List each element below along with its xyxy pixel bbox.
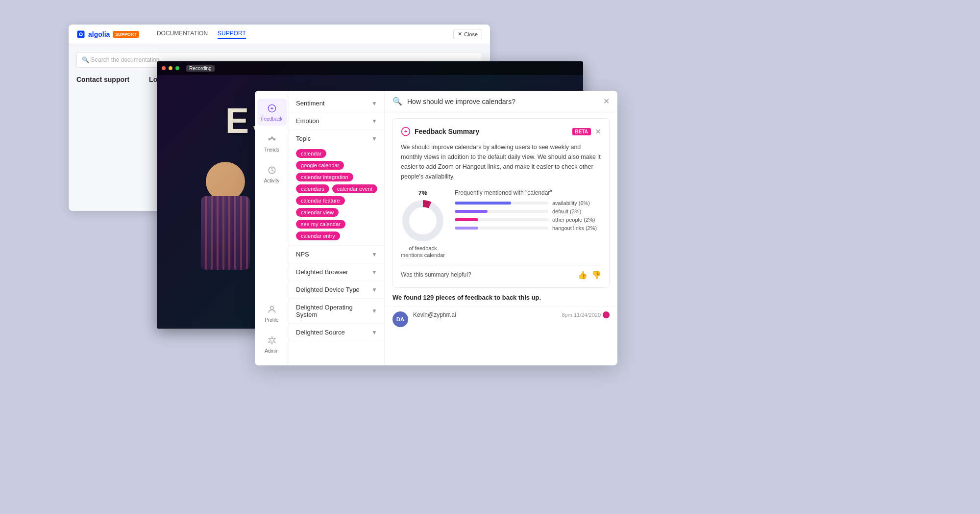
delighted-device-chevron: ▼ [371, 286, 377, 293]
summary-logo-icon [401, 127, 411, 136]
sidebar-item-admin[interactable]: Admin [257, 331, 287, 358]
mention-bar-bg-2 [455, 218, 548, 221]
feedback-user-row-0: Kevin@zyphrr.ai 8pm 11/24/2020 [413, 311, 610, 318]
search-input[interactable] [407, 98, 598, 105]
delighted-browser-label: Delighted Browser [296, 268, 348, 276]
tag-calendar-view[interactable]: calendar view [296, 208, 339, 217]
bg-close-btn[interactable]: ✕ Close [453, 29, 482, 39]
tag-see-my-calendar[interactable]: see my calendar [296, 220, 345, 229]
summary-header: Feedback Summary BETA ✕ [401, 127, 601, 136]
filter-header-delighted-os[interactable]: Delighted Operating System ▼ [289, 299, 384, 323]
panel-sidebar: Feedback Trends Activity [255, 91, 289, 365]
filter-header-delighted-source[interactable]: Delighted Source ▼ [289, 324, 384, 341]
char-stripe [201, 196, 250, 270]
trends-icon [266, 133, 278, 145]
feedback-user-0: Kevin@zyphrr.ai [413, 311, 456, 318]
profile-icon [266, 304, 278, 315]
topic-tags: calendar google calendar calendar integr… [289, 147, 384, 245]
activity-label: Activity [264, 178, 280, 183]
tag-calendar-integration[interactable]: calendar integration [296, 173, 353, 181]
activity-icon [266, 164, 278, 176]
sidebar-item-profile[interactable]: Profile [257, 300, 287, 327]
filter-panel: Sentiment ▼ Emotion ▼ Topic ▼ calendar g… [289, 91, 385, 365]
mention-text-0: availability (6%) [552, 200, 601, 206]
filter-section-delighted-os: Delighted Operating System ▼ [289, 299, 384, 324]
feedback-count: We found 129 pieces of feedback to back … [385, 294, 617, 306]
mention-bar-fill-2 [455, 218, 478, 221]
emotion-label: Emotion [296, 117, 319, 125]
sentiment-label: Sentiment [296, 100, 325, 107]
admin-icon [266, 334, 278, 346]
trends-label: Trends [264, 147, 279, 153]
video-top-bar: Recording [157, 61, 583, 75]
sentiment-chevron: ▼ [371, 100, 377, 107]
tag-calendar-entry[interactable]: calendar entry [296, 231, 340, 240]
bg-contact-title: Contact support [76, 76, 129, 83]
filter-header-emotion[interactable]: Emotion ▼ [289, 112, 384, 129]
donut-section: 7% of feedbackmentions calendar [401, 189, 445, 259]
nps-label: NPS [296, 251, 309, 258]
tag-calendar-event[interactable]: calendar event [332, 184, 377, 193]
delighted-os-chevron: ▼ [371, 308, 377, 314]
sidebar-item-trends[interactable]: Trends [257, 129, 287, 156]
mention-row-0: availability (6%) [455, 200, 601, 206]
sidebar-item-activity[interactable]: Activity [257, 160, 287, 187]
video-dot-yellow [169, 66, 172, 70]
filter-section-nps: NPS ▼ [289, 246, 384, 263]
bg-nav-docs: DOCUMENTATION [157, 30, 208, 39]
feedback-panel: Feedback Trends Activity [255, 91, 617, 365]
filter-section-delighted-source: Delighted Source ▼ [289, 324, 384, 341]
filter-section-delighted-device: Delighted Device Type ▼ [289, 281, 384, 299]
char-head [206, 162, 245, 201]
tag-calendar[interactable]: calendar [296, 149, 326, 158]
mention-bar-fill-3 [455, 227, 478, 230]
filter-header-delighted-device[interactable]: Delighted Device Type ▼ [289, 281, 384, 298]
filter-header-nps[interactable]: NPS ▼ [289, 246, 384, 263]
filter-header-delighted-browser[interactable]: Delighted Browser ▼ [289, 263, 384, 281]
thumbs-up-button[interactable]: 👍 [578, 270, 588, 280]
summary-title: Feedback Summary [415, 128, 479, 135]
nps-chevron: ▼ [371, 251, 377, 258]
stats-row: 7% of feedbackmentions calendar Frequent… [401, 189, 601, 259]
feedback-time-0: 8pm 11/24/2020 [562, 311, 610, 318]
search-clear-button[interactable]: ✕ [603, 97, 610, 106]
feedback-icon [266, 103, 278, 114]
svg-point-8 [270, 306, 273, 309]
summary-close-button[interactable]: ✕ [595, 127, 601, 136]
mention-row-1: default (3%) [455, 208, 601, 214]
admin-label: Admin [265, 348, 278, 354]
helpful-icons: 👍 👎 [578, 270, 601, 280]
tag-google-calendar[interactable]: google calendar [296, 161, 344, 170]
character-figure [186, 162, 265, 299]
mention-bar-bg-0 [455, 202, 548, 205]
tag-calendars[interactable]: calendars [296, 184, 329, 193]
beta-badge: BETA [572, 128, 591, 135]
search-icon: 🔍 [392, 97, 402, 106]
delighted-device-label: Delighted Device Type [296, 286, 360, 293]
mentions-title: Frequently mentioned with "calendar" [455, 189, 601, 196]
feedback-meta-0: Kevin@zyphrr.ai 8pm 11/24/2020 [413, 311, 610, 318]
sidebar-item-feedback[interactable]: Feedback [257, 99, 287, 126]
recording-badge: Recording [186, 65, 215, 72]
helpful-row: Was this summary helpful? 👍 👎 [401, 265, 601, 280]
mention-row-2: other people (2%) [455, 217, 601, 223]
mentions-section: Frequently mentioned with "calendar" ava… [455, 189, 601, 233]
svg-rect-0 [77, 30, 85, 38]
algolia-logo: algolia SUPPORT [76, 30, 139, 39]
delighted-source-chevron: ▼ [371, 329, 377, 336]
svg-point-10 [406, 204, 440, 238]
delighted-os-label: Delighted Operating System [296, 304, 371, 318]
feedback-item-0: DA Kevin@zyphrr.ai 8pm 11/24/2020 [385, 306, 617, 332]
helpful-text: Was this summary helpful? [401, 271, 471, 278]
tag-calendar-feature[interactable]: calendar feature [296, 196, 345, 205]
summary-actions: BETA ✕ [572, 127, 601, 136]
filter-header-topic[interactable]: Topic ▼ [289, 130, 384, 147]
thumbs-down-button[interactable]: 👎 [591, 270, 601, 280]
emotion-chevron: ▼ [371, 118, 377, 125]
bg-nav: DOCUMENTATION SUPPORT [157, 30, 246, 39]
topic-chevron: ▼ [371, 135, 377, 142]
filter-header-sentiment[interactable]: Sentiment ▼ [289, 95, 384, 112]
feedback-timestamp-0: 8pm 11/24/2020 [562, 312, 601, 318]
filter-section-topic: Topic ▼ calendar google calendar calenda… [289, 130, 384, 246]
video-dot-red [162, 66, 166, 70]
